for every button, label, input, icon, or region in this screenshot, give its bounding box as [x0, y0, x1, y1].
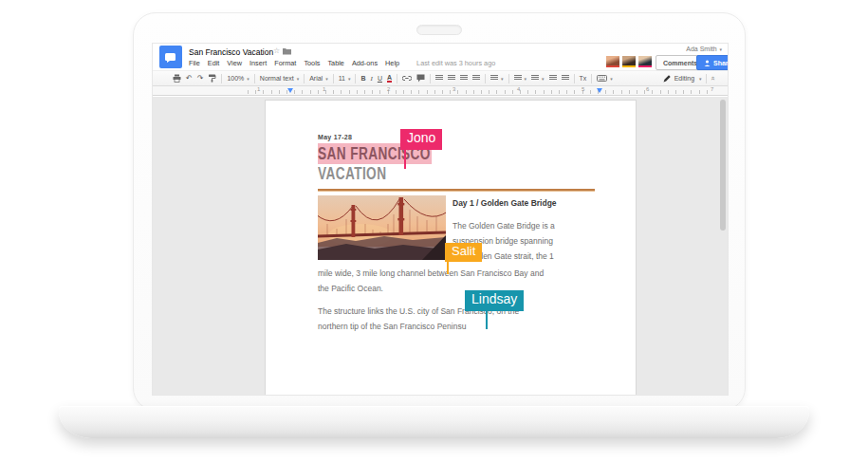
- toolbar-separator: [508, 74, 509, 83]
- ruler-number: 2: [387, 86, 390, 92]
- last-edit-status[interactable]: Last edit was 3 hours ago: [416, 59, 495, 67]
- decrease-indent-icon[interactable]: [549, 75, 557, 82]
- menu-file[interactable]: File: [189, 59, 200, 67]
- paint-format-icon[interactable]: [208, 74, 216, 83]
- chevron-down-icon: ▾: [610, 76, 613, 82]
- paragraph-style-select[interactable]: Normal text ▾: [260, 75, 299, 82]
- share-label: Share: [713, 60, 729, 66]
- menu-bar: File Edit View Insert Format Tools Table…: [189, 59, 495, 67]
- collaborator-avatars: [606, 56, 652, 67]
- chevron-down-icon: ▾: [247, 76, 249, 82]
- align-center-icon[interactable]: [448, 75, 455, 82]
- golden-gate-photo[interactable]: [318, 195, 446, 260]
- folder-icon[interactable]: [283, 47, 291, 55]
- italic-button[interactable]: I: [371, 75, 373, 83]
- laptop-hinge-notch: [416, 25, 462, 35]
- doc-title-heading: SAN FRANCISCO VACATION: [318, 144, 432, 184]
- insert-comment-icon[interactable]: [416, 74, 425, 83]
- ruler-number: 1: [323, 86, 325, 92]
- numbered-list-icon[interactable]: ▾: [514, 75, 527, 82]
- chevron-down-icon: ▾: [525, 76, 527, 82]
- toolbar-separator: [591, 74, 592, 83]
- print-icon[interactable]: [173, 74, 181, 83]
- ruler-number: 7: [711, 86, 713, 92]
- font-select[interactable]: Arial ▾: [309, 75, 328, 82]
- menu-view[interactable]: View: [227, 59, 242, 67]
- menu-edit[interactable]: Edit: [208, 59, 220, 67]
- profile-name: Ada Smith: [686, 46, 716, 52]
- doc-section-heading: Day 1 / Golden Gate Bridge: [452, 198, 557, 208]
- document-title[interactable]: San Francisco Vacation: [189, 47, 273, 57]
- align-right-icon[interactable]: [460, 75, 468, 82]
- stage: San Francisco Vacation ☆ File Edit View …: [0, 0, 868, 462]
- docs-logo-icon[interactable]: [159, 46, 182, 68]
- person-icon: [704, 60, 711, 66]
- right-indent-marker[interactable]: [597, 88, 602, 93]
- insert-link-icon[interactable]: [402, 75, 412, 83]
- collaborator-label-salit: Salit: [445, 243, 482, 262]
- toolbar-separator: [397, 74, 397, 83]
- left-indent-marker[interactable]: [287, 88, 293, 93]
- align-left-icon[interactable]: [435, 75, 443, 82]
- bulleted-list-icon[interactable]: ▾: [531, 75, 545, 82]
- ruler-number: 6: [646, 86, 649, 92]
- ruler-number: 4: [517, 86, 520, 92]
- font-size-select[interactable]: 11 ▾: [339, 75, 351, 82]
- menu-addons[interactable]: Add-ons: [352, 59, 378, 67]
- doc-date: May 17-28: [318, 134, 352, 140]
- line-spacing-icon[interactable]: ▾: [490, 75, 504, 82]
- toolbar-separator: [304, 74, 305, 83]
- bold-button[interactable]: B: [360, 75, 365, 82]
- collaborator-caret-jono: [404, 148, 406, 169]
- align-justify-icon[interactable]: [472, 75, 480, 82]
- mode-select[interactable]: Editing ▾ »: [663, 74, 714, 83]
- menu-tools[interactable]: Tools: [304, 59, 320, 67]
- avatar-1[interactable]: [606, 56, 619, 67]
- paragraph-1-wide: mile wide, 3 mile long channel between S…: [318, 266, 602, 296]
- menu-help[interactable]: Help: [385, 59, 399, 67]
- toolbar-separator: [355, 74, 356, 83]
- document-page[interactable]: May 17-28 SAN FRANCISCO VACATION: [265, 100, 637, 396]
- clear-formatting-icon[interactable]: Tx: [580, 75, 587, 82]
- paragraph-2: The structure links the U.S. city of San…: [318, 304, 602, 334]
- chevron-down-icon: ▾: [501, 76, 504, 82]
- vertical-scrollbar[interactable]: [720, 100, 726, 231]
- profile-menu[interactable]: Ada Smith ▾: [686, 46, 722, 52]
- chevron-down-icon: ▾: [719, 46, 722, 52]
- toolbar-separator: [485, 74, 486, 83]
- undo-icon[interactable]: ↶: [186, 74, 193, 83]
- ruler-number: 3: [452, 86, 455, 92]
- underline-button[interactable]: U: [378, 75, 382, 82]
- chevron-down-icon: ▾: [348, 76, 351, 82]
- font-value: Arial: [309, 75, 323, 82]
- menu-table[interactable]: Table: [327, 59, 343, 67]
- text-color-button[interactable]: A: [387, 74, 392, 83]
- menu-insert[interactable]: Insert: [249, 59, 267, 67]
- avatar-2[interactable]: [622, 56, 636, 67]
- toolbar-separator: [333, 74, 334, 83]
- docs-logo-page: [164, 50, 177, 64]
- star-icon[interactable]: ☆: [273, 46, 280, 55]
- collaborator-label-lindsay: Lindsay: [465, 290, 524, 311]
- menu-format[interactable]: Format: [274, 59, 296, 67]
- share-button[interactable]: Share: [696, 55, 729, 70]
- zoom-select[interactable]: 100% ▾: [227, 75, 249, 82]
- collapse-toolbar-icon[interactable]: »: [708, 76, 716, 80]
- ruler[interactable]: 1 1 2 3 4 5 6 7: [153, 86, 728, 96]
- collaborator-caret-lindsay: [486, 308, 488, 329]
- toolbar-separator: [221, 74, 222, 83]
- document-canvas: May 17-28 SAN FRANCISCO VACATION: [153, 97, 728, 396]
- ruler-ticks: [248, 90, 714, 94]
- collaborator-caret-salit: [447, 262, 449, 274]
- zoom-value: 100%: [227, 75, 244, 82]
- ruler-number: 5: [582, 86, 584, 92]
- input-tools-icon[interactable]: ▾: [597, 75, 613, 82]
- pencil-icon: [663, 75, 671, 83]
- chevron-down-icon: ▾: [325, 76, 328, 82]
- collaborator-label-jono: Jono: [400, 129, 442, 150]
- toolbar-separator: [706, 74, 707, 83]
- redo-icon[interactable]: ↷: [197, 74, 204, 83]
- avatar-3[interactable]: [638, 56, 652, 67]
- laptop-screen: San Francisco Vacation ☆ File Edit View …: [133, 12, 746, 411]
- increase-indent-icon[interactable]: [562, 75, 569, 82]
